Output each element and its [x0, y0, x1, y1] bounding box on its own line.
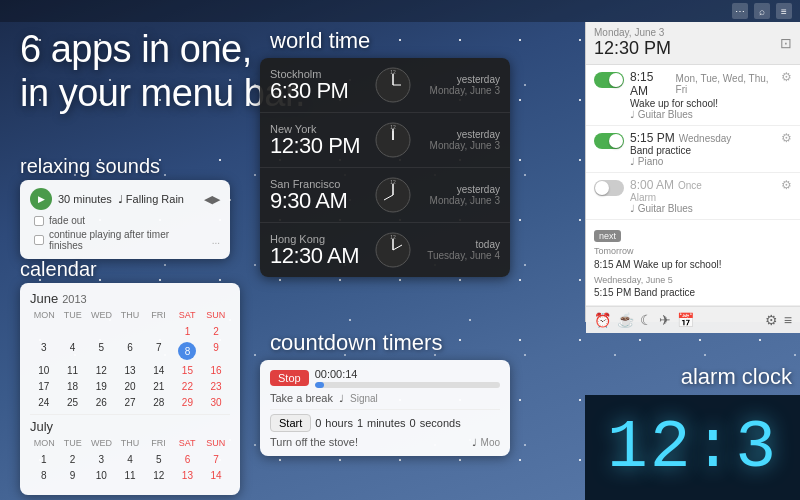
alarm-days-1: Wednesday: [679, 133, 732, 144]
timer2-task-sound: Moo: [481, 437, 500, 448]
sounds-track: ♩ Falling Rain: [118, 193, 184, 206]
play-button[interactable]: ▶: [30, 188, 52, 210]
alarm-details-0: 8:15 AM Mon, Tue, Wed, Thu, Fri Wake up …: [630, 70, 777, 120]
continue-label: continue playing after timer finishes: [49, 229, 205, 251]
world-time-label: world time: [270, 28, 370, 54]
timer2-minutes-label: minutes: [367, 417, 406, 429]
wt-rel-0: yesterday: [420, 74, 500, 85]
fade-out-label: fade out: [49, 215, 85, 226]
wt-row-hongkong: Hong Kong 12:30 AM 12 today Tuesday, Jun…: [260, 223, 510, 277]
continue-option[interactable]: continue playing after timer finishes ..…: [34, 229, 220, 251]
wt-date-2: Monday, June 3: [420, 195, 500, 206]
timer2-hours-label: hours: [325, 417, 353, 429]
alarm-settings-icon[interactable]: ⚙: [765, 312, 778, 328]
alarm-current-time: 12:30 PM: [594, 38, 780, 59]
fade-out-checkbox[interactable]: [34, 216, 44, 226]
alarm-toggle-2[interactable]: [594, 180, 624, 196]
stop-button[interactable]: Stop: [270, 370, 309, 386]
alarm-item-1: 5:15 PM Wednesday Band practice ♩ Piano …: [586, 126, 800, 173]
alarm-name-2: Alarm: [630, 192, 777, 203]
countdown-label: countdown timers: [270, 330, 442, 356]
alarm-clock-digits: 12:3: [607, 409, 778, 486]
alarm-clock-display: 12:3: [585, 395, 800, 500]
wt-rel-3: today: [420, 239, 500, 250]
alarm-panel: Monday, June 3 12:30 PM ⊡ 8:15 AM Mon, T…: [585, 22, 800, 322]
alarm-next-badge: next: [594, 230, 621, 242]
timer2-seconds-label: seconds: [420, 417, 461, 429]
alarm-time-0: 8:15 AM: [630, 70, 672, 98]
timer1-label-row: Take a break ♩ Signal: [270, 392, 500, 404]
continue-checkbox[interactable]: [34, 235, 44, 245]
sounds-volume[interactable]: ◀▶: [204, 193, 220, 206]
timer1-label: Take a break: [270, 392, 333, 404]
alarm-gear-1[interactable]: ⚙: [781, 131, 792, 145]
sounds-widget: ▶ 30 minutes ♩ Falling Rain ◀▶ fade out …: [20, 180, 230, 259]
alarm-details-1: 5:15 PM Wednesday Band practice ♩ Piano: [630, 131, 777, 167]
countdown-widget: Stop 00:00:14 Take a break ♩ Signal Star…: [260, 360, 510, 456]
alarm-clock-label: alarm clock: [681, 364, 792, 390]
timer2-task: Turn off the stove!: [270, 436, 358, 448]
alarm-gear-0[interactable]: ⚙: [781, 70, 792, 84]
timer2-task-sound-icon: ♩: [472, 437, 477, 448]
alarm-calendar-icon[interactable]: 📅: [677, 312, 694, 328]
alarm-days-2: Once: [678, 180, 702, 191]
timer1-progress: 00:00:14: [315, 368, 500, 388]
wt-time-1: 12:30 PM: [270, 135, 366, 157]
alarm-toggle-1[interactable]: [594, 133, 624, 149]
wt-time-3: 12:30 AM: [270, 245, 366, 267]
alarm-coffee-icon[interactable]: ☕: [617, 312, 634, 328]
timer2-hours: 0: [315, 417, 321, 429]
alarm-sound-1: ♩ Piano: [630, 156, 777, 167]
alarm-sound-0: ♩ Guitar Blues: [630, 109, 777, 120]
wt-time-2: 9:30 AM: [270, 190, 366, 212]
cal-month1: June: [30, 291, 58, 306]
wt-date-1: Monday, June 3: [420, 140, 500, 151]
wt-clock-1: 12: [374, 121, 412, 159]
timer1-sound: Signal: [350, 393, 378, 404]
alarm-name-0: Wake up for school!: [630, 98, 777, 109]
timer1-sound-icon: ♩: [339, 393, 344, 404]
top-bar: ⋯ ⌕ ≡: [0, 0, 800, 22]
alarm-next-section: next Tomorrow 8:15 AM Wake up for school…: [586, 220, 800, 306]
wt-rel-2: yesterday: [420, 184, 500, 195]
alarm-weekday-date: Monday, June 3: [594, 27, 780, 38]
alarm-header: Monday, June 3 12:30 PM ⊡: [586, 22, 800, 65]
alarm-toolbar: ⏰ ☕ ☾ ✈ 📅 ⚙ ≡: [586, 306, 800, 333]
alarm-next-line4: 5:15 PM Band practice: [594, 286, 792, 300]
alarm-toggle-0[interactable]: [594, 72, 624, 88]
wt-time-0: 6:30 PM: [270, 80, 366, 102]
fade-out-option[interactable]: fade out: [34, 215, 220, 226]
relaxing-sounds-label: relaxing sounds: [20, 155, 160, 178]
alarm-plane-icon[interactable]: ✈: [659, 312, 671, 328]
alarm-item-0: 8:15 AM Mon, Tue, Wed, Thu, Fri Wake up …: [586, 65, 800, 126]
start-button[interactable]: Start: [270, 414, 311, 432]
timer1-progress-fill: [315, 382, 324, 388]
wt-row-stockholm: Stockholm 6:30 PM 12 yesterday Monday, J…: [260, 58, 510, 113]
menu-icon[interactable]: ≡: [776, 3, 792, 19]
wifi-icon[interactable]: ⋯: [732, 3, 748, 19]
wt-row-sf: San Francisco 9:30 AM 12 yesterday Monda…: [260, 168, 510, 223]
cal-july-grid: 1234567 891011121314: [30, 452, 230, 483]
alarm-expand-button[interactable]: ⊡: [780, 35, 792, 51]
timer2-task-row: Turn off the stove! ♩ Moo: [270, 436, 500, 448]
calendar-label: calendar: [20, 258, 97, 281]
alarm-moon-icon[interactable]: ☾: [640, 312, 653, 328]
wt-date-0: Monday, June 3: [420, 85, 500, 96]
alarm-time-1: 5:15 PM: [630, 131, 675, 145]
alarm-days-0: Mon, Tue, Wed, Thu, Fri: [676, 73, 777, 95]
cal-days-header: MONTUEWEDTHUFRISATSUN: [30, 310, 230, 320]
cal-july-header: MONTUEWEDTHUFRISATSUN: [30, 438, 230, 448]
cal-year: 2013: [62, 293, 86, 305]
wt-clock-0: 12: [374, 66, 412, 104]
alarm-list-icon[interactable]: ≡: [784, 312, 792, 328]
timer1-time: 00:00:14: [315, 368, 500, 380]
search-icon[interactable]: ⌕: [754, 3, 770, 19]
sounds-timer: 30 minutes: [58, 193, 112, 205]
alarm-gear-2[interactable]: ⚙: [781, 178, 792, 192]
alarm-clock-icon[interactable]: ⏰: [594, 312, 611, 328]
alarm-date-time: Monday, June 3 12:30 PM: [594, 27, 780, 59]
cal-june-grid: -----12 3456789 10111213141516 171819202…: [30, 324, 230, 410]
timer2-minutes: 1: [357, 417, 363, 429]
cal-month2: July: [30, 419, 53, 434]
wt-date-3: Tuesday, June 4: [420, 250, 500, 261]
